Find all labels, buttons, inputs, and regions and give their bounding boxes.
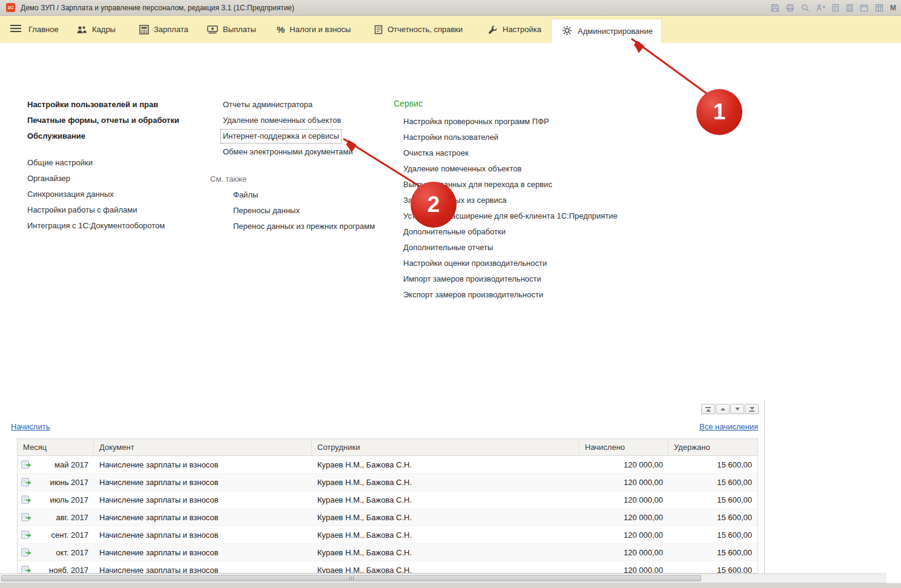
menu-item-organizer[interactable]: Органайзер <box>27 171 179 187</box>
column-header-document[interactable]: Документ <box>94 439 312 455</box>
table-row[interactable]: июнь 2017 Начисление зарплаты и взносов … <box>18 474 757 491</box>
tab-otchetnost[interactable]: Отчетность, справки <box>374 16 463 43</box>
all-accruals-link[interactable]: Все начисления <box>699 422 758 431</box>
menu-item-export-to-service[interactable]: Выгрузка данных для перехода в сервис <box>403 177 618 193</box>
wrench-icon <box>488 25 498 35</box>
table-row[interactable]: май 2017 Начисление зарплаты и взносов К… <box>18 456 757 474</box>
menu-item-admin-reports[interactable]: Отчеты администратора <box>223 97 375 113</box>
tab-label: Кадры <box>92 25 116 34</box>
scrollbar-thumb[interactable] <box>1 575 701 581</box>
cell-withheld: 15 600,00 <box>668 474 757 491</box>
menu-item-import-from-service[interactable]: Загрузка данных из сервиса <box>403 193 618 208</box>
cell-employees: Кураев Н.М., Бажова С.Н. <box>312 509 579 526</box>
cell-withheld: 15 600,00 <box>668 561 757 573</box>
cell-accrued: 120 000,00 <box>579 474 668 491</box>
cell-document: Начисление зарплаты и взносов <box>94 526 312 543</box>
tab-glavnoe[interactable]: Главное <box>28 16 59 43</box>
report-icon[interactable] <box>832 4 839 12</box>
cell-month: авг. 2017 <box>56 513 88 522</box>
cell-month: июнь 2017 <box>50 478 89 487</box>
table-icon[interactable] <box>875 4 883 12</box>
cell-accrued: 120 000,00 <box>579 561 668 573</box>
tab-nalogi[interactable]: % Налоги и взносы <box>277 16 351 43</box>
menu-item-users-and-rights[interactable]: Настройки пользователей и прав <box>27 97 179 113</box>
hamburger-icon[interactable] <box>10 25 21 32</box>
document-posted-icon <box>21 513 31 521</box>
menu-item-additional-reports[interactable]: Дополнительные отчеты <box>403 240 618 256</box>
move-down-button[interactable] <box>730 404 744 414</box>
user-initial-label[interactable]: M <box>890 4 897 12</box>
table-row[interactable]: нояб. 2017 Начисление зарплаты и взносов… <box>18 561 757 573</box>
cell-withheld: 15 600,00 <box>668 509 757 526</box>
tab-label: Налоги и взносы <box>289 25 351 34</box>
menu-item-print-forms-reports[interactable]: Печатные формы, отчеты и обработки <box>27 113 179 128</box>
calculator-icon[interactable] <box>846 4 853 12</box>
move-up-button[interactable] <box>716 404 730 414</box>
cell-withheld: 15 600,00 <box>668 456 757 473</box>
window-titlebar: 1С Демо ЗУП / Зарплата и управление перс… <box>0 0 901 16</box>
cell-employees: Кураев Н.М., Бажова С.Н. <box>312 561 579 573</box>
table-row[interactable]: сент. 2017 Начисление зарплаты и взносов… <box>18 526 757 544</box>
menu-item-transfer-from-previous[interactable]: Перенос данных из прежних программ <box>233 219 375 234</box>
search-icon[interactable] <box>801 4 810 12</box>
menu-item-pfr-check-programs[interactable]: Настройка проверочных программ ПФР <box>403 114 618 130</box>
menu-item-delete-marked-objects-service[interactable]: Удаление помеченных объектов <box>403 161 618 177</box>
table-row[interactable]: авг. 2017 Начисление зарплаты и взносов … <box>18 509 757 526</box>
accrue-link[interactable]: Начислить <box>11 422 50 431</box>
document-posted-icon <box>21 530 31 539</box>
tab-administrirovanie[interactable]: Администрирование <box>551 19 662 43</box>
column-header-employees[interactable]: Сотрудники <box>312 439 579 455</box>
menu-item-user-settings[interactable]: Настройки пользователей <box>403 130 618 145</box>
tab-label: Отчетность, справки <box>388 25 463 34</box>
table-header-row: Месяц Документ Сотрудники Начислено Удер… <box>18 439 757 456</box>
move-to-top-button[interactable] <box>701 404 715 414</box>
save-icon[interactable] <box>771 4 779 12</box>
move-to-bottom-button[interactable] <box>745 404 759 414</box>
print-icon[interactable] <box>786 4 794 12</box>
cell-accrued: 120 000,00 <box>579 526 668 543</box>
menu-item-web-client-extension[interactable]: Установить расширение для веб-клиента 1С… <box>403 208 618 224</box>
menu-item-general-settings[interactable]: Общие настройки <box>27 155 179 171</box>
horizontal-scrollbar[interactable] <box>0 573 886 583</box>
service-section-header: Сервис <box>394 95 618 112</box>
cell-month: май 2017 <box>54 460 88 469</box>
menu-item-maintenance[interactable]: Обслуживание <box>27 128 179 144</box>
menu-item-performance-settings[interactable]: Настройки оценки производительности <box>403 256 618 271</box>
calendar-icon[interactable] <box>860 4 868 12</box>
share-icon[interactable] <box>816 4 825 12</box>
column-header-withheld[interactable]: Удержано <box>668 439 757 455</box>
tab-vyplaty[interactable]: Выплаты <box>207 16 256 43</box>
tab-label: Главное <box>28 25 59 34</box>
menu-item-edi-exchange[interactable]: Обмен электронными документами <box>223 144 375 160</box>
menu-item-delete-marked-objects[interactable]: Удаление помеченных объектов <box>223 113 375 128</box>
menu-item-file-settings[interactable]: Настройки работы с файлами <box>27 202 179 218</box>
people-icon <box>76 25 87 35</box>
report-icon <box>374 25 383 35</box>
menu-item-internet-support[interactable]: Интернет-поддержка и сервисы <box>220 129 342 144</box>
menu-item-additional-processings[interactable]: Дополнительные обработки <box>403 224 618 240</box>
column-header-month[interactable]: Месяц <box>18 439 94 455</box>
cell-month: нояб. 2017 <box>49 566 88 574</box>
menu-item-data-sync[interactable]: Синхронизация данных <box>27 187 179 202</box>
menu-item-clear-settings[interactable]: Очистка настроек <box>403 145 618 161</box>
form-splitter[interactable] <box>764 400 765 573</box>
cell-document: Начисление зарплаты и взносов <box>94 474 312 491</box>
cell-document: Начисление зарплаты и взносов <box>94 561 312 573</box>
document-posted-icon <box>21 478 31 486</box>
menu-item-data-transfers[interactable]: Переносы данных <box>233 203 375 219</box>
menu-item-files[interactable]: Файлы <box>233 187 375 203</box>
menu-item-performance-export[interactable]: Экспорт замеров производительности <box>403 287 618 303</box>
tab-zarplata[interactable]: Зарплата <box>139 16 188 43</box>
column-header-accrued[interactable]: Начислено <box>579 439 668 455</box>
tab-nastroyka[interactable]: Настройка <box>488 16 541 43</box>
cell-employees: Кураев Н.М., Бажова С.Н. <box>312 456 579 473</box>
tab-label: Настройка <box>503 25 541 34</box>
admin-tools-column: Отчеты администратора Удаление помеченны… <box>223 97 375 234</box>
menu-item-performance-import[interactable]: Импорт замеров производительности <box>403 271 618 287</box>
table-row[interactable]: июль 2017 Начисление зарплаты и взносов … <box>18 491 757 509</box>
menu-item-1c-document-flow[interactable]: Интеграция с 1С:Документооборотом <box>27 218 179 234</box>
administration-menu-panel: Настройки пользователей и прав Печатные … <box>0 43 901 400</box>
table-row[interactable]: окт. 2017 Начисление зарплаты и взносов … <box>18 544 757 561</box>
tab-kadry[interactable]: Кадры <box>76 16 116 43</box>
settings-column: Настройки пользователей и прав Печатные … <box>27 97 179 234</box>
